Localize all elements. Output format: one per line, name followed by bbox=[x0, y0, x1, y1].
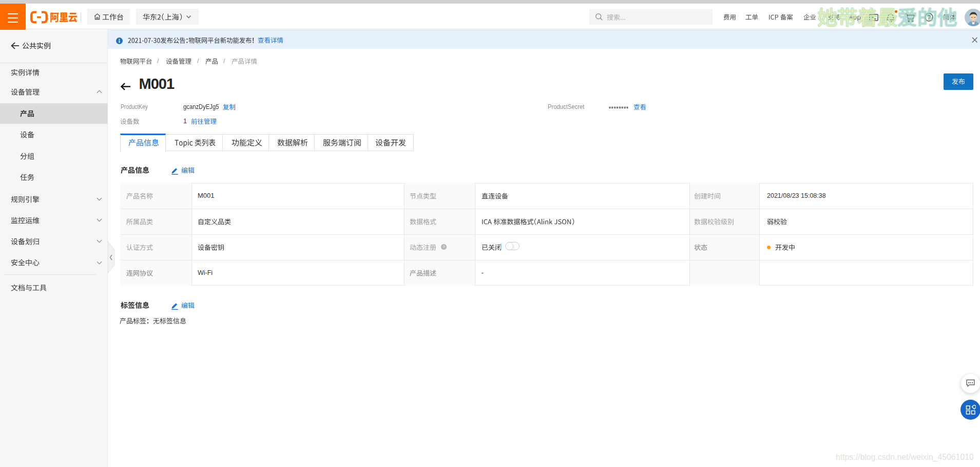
svg-text:?: ? bbox=[443, 245, 445, 249]
